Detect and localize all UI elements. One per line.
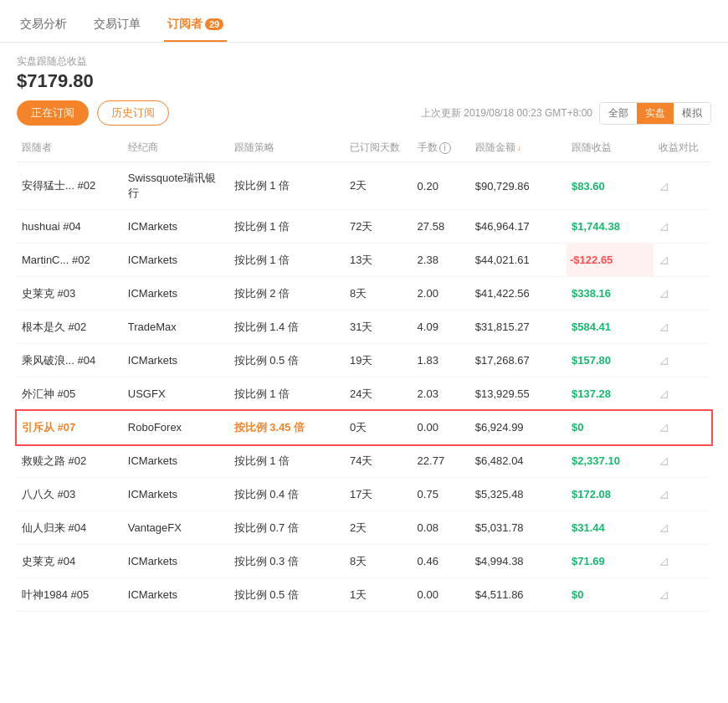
table-row[interactable]: 引斥从 #07RoboForex按比例 3.45 倍0天0.00$6,924.9… bbox=[17, 411, 711, 444]
nav-item-subscribers[interactable]: 订阅者29 bbox=[164, 10, 227, 42]
cell-amount: $6,482.04 bbox=[470, 444, 567, 478]
cell-lots: 4.09 bbox=[413, 310, 470, 344]
summary-value: $7179.80 bbox=[17, 70, 711, 92]
cell-days: 72天 bbox=[345, 210, 413, 244]
cell-trader: 仙人归来 #04 bbox=[17, 511, 123, 545]
table-row[interactable]: 叶神1984 #05ICMarkets按比例 0.5 倍1天0.00$4,511… bbox=[17, 578, 711, 612]
cell-strategy: 按比例 3.45 倍 bbox=[229, 411, 345, 444]
cell-amount: $44,021.61 bbox=[470, 244, 567, 277]
cell-days: 19天 bbox=[345, 344, 413, 377]
chart-icon: ⊿ bbox=[659, 219, 669, 233]
cell-broker: ICMarkets bbox=[123, 444, 229, 478]
cell-days: 2天 bbox=[345, 511, 413, 545]
table-row[interactable]: 根本是久 #02TradeMax按比例 1.4 倍31天4.09$31,815.… bbox=[17, 310, 711, 344]
cell-lots: 27.58 bbox=[413, 210, 470, 244]
cell-days: 8天 bbox=[345, 545, 413, 578]
cell-strategy: 按比例 0.5 倍 bbox=[229, 578, 345, 612]
header-days: 已订阅天数 bbox=[345, 134, 413, 162]
cell-broker: ICMarkets bbox=[123, 277, 229, 310]
cell-ratio[interactable]: ⊿ bbox=[654, 210, 711, 244]
chart-icon: ⊿ bbox=[659, 588, 669, 602]
cell-ratio[interactable]: ⊿ bbox=[654, 511, 711, 545]
cell-ratio[interactable]: ⊿ bbox=[654, 162, 711, 210]
chart-icon: ⊿ bbox=[659, 454, 669, 468]
cell-profit: $584.41 bbox=[567, 310, 654, 344]
table-row[interactable]: MartinC... #02ICMarkets按比例 1 倍13天2.38$44… bbox=[17, 244, 711, 277]
cell-strategy: 按比例 1 倍 bbox=[229, 244, 345, 277]
table-row[interactable]: 史莱克 #04ICMarkets按比例 0.3 倍8天0.46$4,994.38… bbox=[17, 545, 711, 578]
nav-item-orders[interactable]: 交易订单 bbox=[90, 10, 144, 42]
table-row[interactable]: 史莱克 #03ICMarkets按比例 2 倍8天2.00$41,422.56$… bbox=[17, 277, 711, 310]
table-row[interactable]: 八八久 #03ICMarkets按比例 0.4 倍17天0.75$5,325.4… bbox=[17, 478, 711, 511]
cell-profit: $157.80 bbox=[567, 344, 654, 377]
amount-sort-icon[interactable]: ↓ bbox=[517, 143, 521, 152]
cell-broker: Swissquote瑞讯银行 bbox=[123, 162, 229, 210]
cell-ratio[interactable]: ⊿ bbox=[654, 277, 711, 310]
cell-trader: 救赎之路 #02 bbox=[17, 444, 123, 478]
cell-trader: 根本是久 #02 bbox=[17, 310, 123, 344]
cell-amount: $46,964.17 bbox=[470, 210, 567, 244]
cell-lots: 0.20 bbox=[413, 162, 470, 210]
cell-amount: $4,994.38 bbox=[470, 545, 567, 578]
cell-strategy: 按比例 1.4 倍 bbox=[229, 310, 345, 344]
cell-amount: $4,511.86 bbox=[470, 578, 567, 612]
type-real-btn[interactable]: 实盘 bbox=[637, 103, 674, 124]
cell-ratio[interactable]: ⊿ bbox=[654, 545, 711, 578]
cell-broker: TradeMax bbox=[123, 310, 229, 344]
active-subscriptions-btn[interactable]: 正在订阅 bbox=[17, 100, 89, 126]
cell-ratio[interactable]: ⊿ bbox=[654, 244, 711, 277]
cell-ratio[interactable]: ⊿ bbox=[654, 377, 711, 411]
cell-ratio[interactable]: ⊿ bbox=[654, 578, 711, 612]
table-row[interactable]: 外汇神 #05USGFX按比例 1 倍24天2.03$13,929.55$137… bbox=[17, 377, 711, 411]
cell-ratio[interactable]: ⊿ bbox=[654, 444, 711, 478]
cell-ratio[interactable]: ⊿ bbox=[654, 478, 711, 511]
cell-profit: $172.08 bbox=[567, 478, 654, 511]
subscribers-table-wrap: 跟随者 经纪商 跟随策略 已订阅天数 手数i 跟随金额↓ 跟随收益 收益对比 安… bbox=[0, 134, 728, 612]
header-amount: 跟随金额↓ bbox=[470, 134, 567, 162]
type-buttons: 全部 实盘 模拟 bbox=[599, 102, 711, 125]
cell-profit: $2,337.10 bbox=[567, 444, 654, 478]
cell-profit: $0 bbox=[567, 411, 654, 444]
cell-lots: 0.00 bbox=[413, 578, 470, 612]
cell-lots: 22.77 bbox=[413, 444, 470, 478]
type-demo-btn[interactable]: 模拟 bbox=[674, 103, 710, 124]
type-all-btn[interactable]: 全部 bbox=[600, 103, 637, 124]
cell-broker: RoboForex bbox=[123, 411, 229, 444]
cell-days: 1天 bbox=[345, 578, 413, 612]
cell-amount: $5,031.78 bbox=[470, 511, 567, 545]
chart-icon: ⊿ bbox=[659, 487, 669, 501]
cell-strategy: 按比例 0.5 倍 bbox=[229, 344, 345, 377]
table-row[interactable]: 仙人归来 #04VantageFX按比例 0.7 倍2天0.08$5,031.7… bbox=[17, 511, 711, 545]
table-row[interactable]: 救赎之路 #02ICMarkets按比例 1 倍74天22.77$6,482.0… bbox=[17, 444, 711, 478]
cell-ratio[interactable]: ⊿ bbox=[654, 411, 711, 444]
cell-strategy: 按比例 1 倍 bbox=[229, 377, 345, 411]
cell-strategy: 按比例 1 倍 bbox=[229, 210, 345, 244]
cell-lots: 0.08 bbox=[413, 511, 470, 545]
chart-icon: ⊿ bbox=[659, 353, 669, 367]
cell-broker: ICMarkets bbox=[123, 344, 229, 377]
nav-item-analysis[interactable]: 交易分析 bbox=[17, 10, 70, 42]
cell-profit: $0 bbox=[567, 578, 654, 612]
cell-ratio[interactable]: ⊿ bbox=[654, 310, 711, 344]
cell-days: 13天 bbox=[345, 244, 413, 277]
cell-ratio[interactable]: ⊿ bbox=[654, 344, 711, 377]
cell-amount: $90,729.86 bbox=[470, 162, 567, 210]
cell-trader: 史莱克 #04 bbox=[17, 545, 123, 578]
cell-trader: 史莱克 #03 bbox=[17, 277, 123, 310]
cell-strategy: 按比例 1 倍 bbox=[229, 444, 345, 478]
history-subscriptions-btn[interactable]: 历史订阅 bbox=[97, 100, 169, 126]
cell-broker: VantageFX bbox=[123, 511, 229, 545]
cell-profit: $71.69 bbox=[567, 545, 654, 578]
header-strategy: 跟随策略 bbox=[229, 134, 345, 162]
cell-strategy: 按比例 0.4 倍 bbox=[229, 478, 345, 511]
cell-trader: 乘风破浪... #04 bbox=[17, 344, 123, 377]
table-row[interactable]: 安得猛士... #02Swissquote瑞讯银行按比例 1 倍2天0.20$9… bbox=[17, 162, 711, 210]
filter-bar: 正在订阅 历史订阅 上次更新 2019/08/18 00:23 GMT+8:00… bbox=[0, 100, 728, 134]
cell-profit: $338.16 bbox=[567, 277, 654, 310]
chart-icon: ⊿ bbox=[659, 286, 669, 300]
table-row[interactable]: 乘风破浪... #04ICMarkets按比例 0.5 倍19天1.83$17,… bbox=[17, 344, 711, 377]
lots-info-icon[interactable]: i bbox=[439, 142, 451, 154]
cell-lots: 0.00 bbox=[413, 411, 470, 444]
cell-amount: $5,325.48 bbox=[470, 478, 567, 511]
table-row[interactable]: hushuai #04ICMarkets按比例 1 倍72天27.58$46,9… bbox=[17, 210, 711, 244]
